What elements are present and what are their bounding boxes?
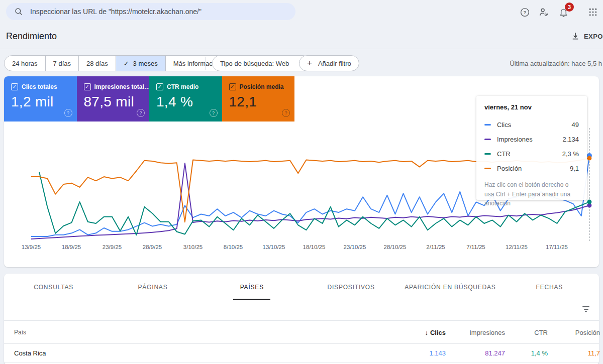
header-position[interactable]: Posición <box>575 328 600 336</box>
header-divider <box>0 49 603 49</box>
tooltip-value: 49 <box>572 121 579 129</box>
export-button[interactable]: EXPORTAR <box>571 32 603 41</box>
filter-divider <box>206 57 206 70</box>
apps-grid-button[interactable] <box>586 6 599 19</box>
divider <box>4 362 599 362</box>
app-bar: ? 3 <box>0 0 603 23</box>
add-filter-chip[interactable]: + Añadir filtro <box>299 55 359 71</box>
tooltip-hint: Haz clic con el botón derecho o usa Ctrl… <box>484 180 579 208</box>
tooltip-value: 9,1 <box>570 165 579 172</box>
download-icon <box>571 32 580 41</box>
metric-card-impressions[interactable]: ✓ Impresiones total… 87,5 mil ? <box>77 76 150 122</box>
metric-label: CTR medio <box>167 83 198 90</box>
x-axis-tick: 17/11/25 <box>537 244 577 250</box>
table-filter-icon[interactable] <box>582 306 590 313</box>
tooltip-label: Posición <box>497 165 522 172</box>
checked-checkbox-icon[interactable]: ✓ <box>11 83 18 90</box>
help-button[interactable]: ? <box>518 6 531 19</box>
metric-card-clicks[interactable]: ✓ Clics totales 1,2 mil ? <box>4 76 77 122</box>
x-axis-tick: 12/11/25 <box>496 244 537 250</box>
search-type-label: Tipo de búsqueda: Web <box>220 60 289 67</box>
impressions-swatch-icon <box>484 139 491 140</box>
tooltip-label: CTR <box>497 150 511 158</box>
header-country[interactable]: País <box>14 329 26 336</box>
x-axis-tick: 18/10/25 <box>294 244 334 250</box>
header-clicks-label: Clics <box>430 328 446 336</box>
metric-label: Posición media <box>240 83 284 90</box>
header-impressions[interactable]: Impresiones <box>469 328 505 336</box>
check-icon: ✓ <box>124 60 129 67</box>
tab-aparicion[interactable]: APARICIÓN EN BÚSQUEDAS <box>400 274 499 300</box>
add-filter-label: Añadir filtro <box>318 60 351 67</box>
range-7d-chip[interactable]: 7 días <box>45 56 78 71</box>
ctr-swatch-icon <box>484 153 491 155</box>
impressions-cell: 81.247 <box>485 349 505 357</box>
apps-grid-icon <box>588 7 598 17</box>
tab-paises[interactable]: PAÍSES <box>203 274 301 300</box>
performance-chart-panel: ✓ Clics totales 1,2 mil ? ✓ Impresiones … <box>4 76 599 267</box>
x-axis-tick: 23/9/25 <box>92 244 132 250</box>
range-3m-chip[interactable]: ✓ 3 meses <box>116 56 165 71</box>
search-input[interactable] <box>29 7 287 16</box>
search-icon <box>14 7 23 16</box>
table-toolbar <box>4 300 599 320</box>
metric-value: 12,1 <box>229 94 295 110</box>
checked-checkbox-icon[interactable]: ✓ <box>156 83 163 90</box>
x-axis-tick: 28/9/25 <box>132 244 172 250</box>
tab-paginas[interactable]: PÁGINAS <box>103 274 202 300</box>
tooltip-value: 2.134 <box>562 136 579 143</box>
ctr-cell: 1,4 % <box>531 349 548 357</box>
metric-value: 87,5 mil <box>84 94 150 110</box>
range-28d-chip[interactable]: 28 días <box>78 56 116 71</box>
country-cell: Costa Rica <box>14 349 46 357</box>
x-axis-tick: 18/9/25 <box>51 244 91 250</box>
plus-icon: + <box>307 58 312 68</box>
table-row[interactable]: Costa Rica 1.143 81.247 1,4 % 11,7 <box>4 344 599 362</box>
help-icon[interactable]: ? <box>282 109 290 117</box>
x-axis-tick: 13/9/25 <box>11 244 51 250</box>
notifications-button[interactable]: 3 <box>557 6 570 19</box>
x-axis-tick: 13/10/25 <box>254 244 294 250</box>
tooltip-label: Clics <box>497 121 511 129</box>
date-range-group: 24 horas 7 días 28 días ✓ 3 meses Más in… <box>4 55 238 71</box>
header-clicks-sorted[interactable]: ↓Clics <box>425 328 446 336</box>
tooltip-label: Impresiones <box>497 136 533 143</box>
position-swatch-icon <box>484 168 491 169</box>
clicks-cell: 1.143 <box>429 349 446 357</box>
tab-consultas[interactable]: CONSULTAS <box>4 274 103 300</box>
metric-value: 1,2 mil <box>11 94 77 110</box>
tooltip-row-clicks: Clics 49 <box>484 117 579 132</box>
export-label: EXPORTAR <box>584 33 603 40</box>
x-axis-tick: 2/11/25 <box>416 244 456 250</box>
svg-text:?: ? <box>523 10 526 15</box>
tooltip-value: 2,3 % <box>562 150 579 158</box>
dimensions-table-panel: CONSULTAS PÁGINAS PAÍSES DISPOSITIVOS AP… <box>4 274 599 364</box>
metric-cards: ✓ Clics totales 1,2 mil ? ✓ Impresiones … <box>4 76 294 122</box>
hover-dot-posicion <box>587 156 591 161</box>
help-icon[interactable]: ? <box>210 109 218 117</box>
position-cell: 11,7 <box>588 349 600 357</box>
header-ctr[interactable]: CTR <box>534 328 548 336</box>
range-24h-chip[interactable]: 24 horas <box>5 56 45 71</box>
chart-tooltip: viernes, 21 nov Clics 49 Impresiones 2.1… <box>476 96 587 200</box>
metric-card-position[interactable]: ✓ Posición media 12,1 ? <box>222 76 295 122</box>
account-settings-button[interactable] <box>537 6 550 19</box>
help-icon[interactable]: ? <box>64 109 72 117</box>
search-type-chip[interactable]: Tipo de búsqueda: Web <box>212 55 311 71</box>
tooltip-row-ctr: CTR 2,3 % <box>484 147 579 161</box>
clicks-swatch-icon <box>484 124 491 126</box>
x-axis-tick: 8/10/25 <box>213 244 253 250</box>
notification-badge: 3 <box>565 3 574 12</box>
checked-checkbox-icon[interactable]: ✓ <box>84 83 91 90</box>
x-axis-tick: 7/11/25 <box>456 244 496 250</box>
tab-dispositivos[interactable]: DISPOSITIVOS <box>301 274 400 300</box>
metric-card-ctr[interactable]: ✓ CTR medio 1,4 % ? <box>149 76 222 122</box>
tooltip-date: viernes, 21 nov <box>484 103 579 111</box>
help-icon[interactable]: ? <box>137 109 145 117</box>
checked-checkbox-icon[interactable]: ✓ <box>229 83 236 90</box>
url-inspect-search[interactable] <box>6 3 295 20</box>
tab-fechas[interactable]: FECHAS <box>500 274 599 300</box>
x-axis-tick: 23/10/25 <box>335 244 375 250</box>
user-gear-icon <box>538 7 549 18</box>
range-24h-label: 24 horas <box>12 60 38 67</box>
